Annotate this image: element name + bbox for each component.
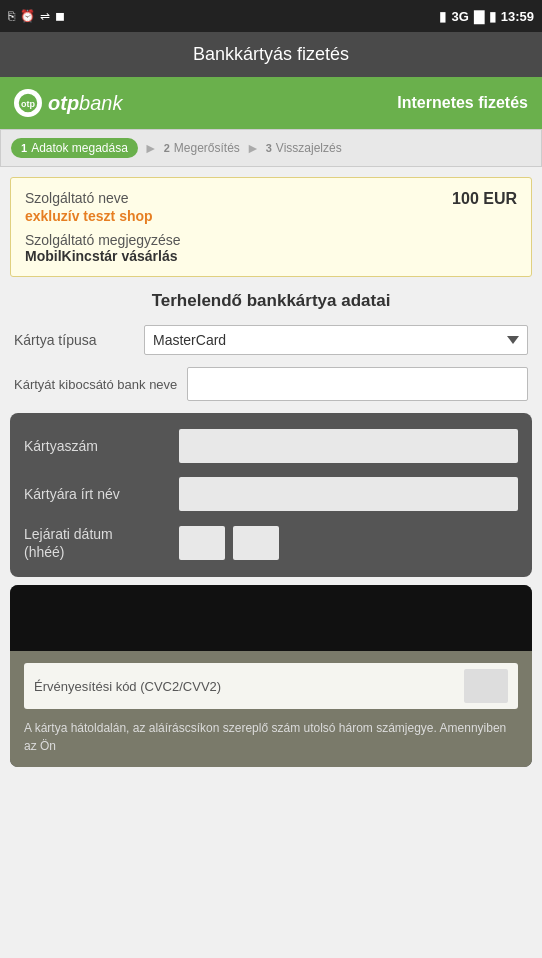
bank-name-input[interactable] [187, 367, 528, 401]
card-cvc-panel: Érvényesítési kód (CVC2/CVV2) A kártya h… [10, 585, 532, 767]
bank-name-row: Kártyát kibocsátó bank neve [0, 363, 542, 413]
card-number-row: Kártyaszám [24, 429, 518, 463]
page-title: Bankkártyás fizetés [193, 44, 349, 64]
card-type-value: MasterCard [153, 332, 226, 348]
sim-icon: ⎘ [8, 9, 15, 23]
step-1-num: 1 [21, 142, 27, 154]
time-display: 13:59 [501, 9, 534, 24]
note-value: MobilKincstár vásárlás [25, 248, 517, 264]
otp-logo-text: otpbank [48, 92, 122, 115]
svg-text:otp: otp [21, 99, 35, 109]
status-bar: ⎘ ⏰ ⇌ ◼ ▮ 3G ▇ ▮ 13:59 [0, 0, 542, 32]
alarm-icon: ⏰ [20, 9, 35, 23]
info-service-col: Szolgáltató neve exkluzív teszt shop [25, 190, 153, 224]
otp-logo: otp otpbank [14, 89, 122, 117]
expiry-row: Lejárati dátum(hhéé) [24, 525, 518, 561]
card-type-row: Kártya típusa MasterCard [0, 321, 542, 363]
step-3-num: 3 [266, 142, 272, 154]
card-holder-row: Kártyára írt név [24, 477, 518, 511]
otp-text: otp [48, 92, 79, 114]
sim-signal-icon: ▮ [439, 9, 446, 24]
step-2-num: 2 [164, 142, 170, 154]
step-arrow-1: ► [144, 140, 158, 156]
step-arrow-2: ► [246, 140, 260, 156]
cvc-row: Érvényesítési kód (CVC2/CVV2) [24, 663, 518, 709]
battery-icon: ▮ [489, 9, 496, 24]
cvc-label: Érvényesítési kód (CVC2/CVV2) [34, 679, 454, 694]
status-right-icons: ▮ 3G ▇ ▮ 13:59 [439, 9, 534, 24]
expiry-month-input[interactable] [179, 526, 225, 560]
steps-bar: 1 Adatok megadása ► 2 Megerősítés ► 3 Vi… [0, 129, 542, 167]
card-holder-input[interactable] [179, 477, 518, 511]
dropdown-arrow-icon [507, 336, 519, 344]
step-2: 2 Megerősítés [164, 141, 240, 155]
otp-bar: otp otpbank Internetes fizetés [0, 77, 542, 129]
card-type-dropdown[interactable]: MasterCard [144, 325, 528, 355]
note-label: Szolgáltató megjegyzése [25, 232, 517, 248]
info-service-row: Szolgáltató neve exkluzív teszt shop 100… [25, 190, 517, 224]
step-3-label: Visszajelzés [276, 141, 342, 155]
magnetic-strip [10, 585, 532, 651]
amount-display: 100 EUR [452, 190, 517, 208]
card-bottom: Érvényesítési kód (CVC2/CVV2) A kártya h… [10, 651, 532, 767]
service-label: Szolgáltató neve [25, 190, 153, 206]
card-holder-label: Kártyára írt név [24, 486, 169, 502]
card-description: A kártya hátoldalán, az aláíráscsíkon sz… [24, 719, 518, 755]
page-header: Bankkártyás fizetés [0, 32, 542, 77]
bank-text: bank [79, 92, 122, 114]
info-box: Szolgáltató neve exkluzív teszt shop 100… [10, 177, 532, 277]
wifi-icon: ⇌ [40, 9, 50, 23]
expiry-inputs [179, 526, 279, 560]
shop-name: exkluzív teszt shop [25, 208, 153, 224]
bank-name-label: Kártyát kibocsátó bank neve [14, 377, 177, 392]
expiry-year-input[interactable] [233, 526, 279, 560]
cvc-input-box[interactable] [464, 669, 508, 703]
card-number-input[interactable] [179, 429, 518, 463]
step-1: 1 Adatok megadása [11, 138, 138, 158]
signal-bars-icon: ▇ [474, 9, 484, 24]
card-type-label: Kártya típusa [14, 332, 134, 348]
step-3: 3 Visszajelzés [266, 141, 342, 155]
internet-payment-label: Internetes fizetés [397, 94, 528, 112]
expiry-label: Lejárati dátum(hhéé) [24, 525, 169, 561]
card-section-title: Terhelendő bankkártya adatai [0, 277, 542, 321]
card-number-label: Kártyaszám [24, 438, 169, 454]
dark-form-panel: Kártyaszám Kártyára írt név Lejárati dát… [10, 413, 532, 577]
status-left-icons: ⎘ ⏰ ⇌ ◼ [8, 9, 65, 23]
3g-label: 3G [451, 9, 468, 24]
otp-logo-icon: otp [14, 89, 42, 117]
image-icon: ◼ [55, 9, 65, 23]
step-2-label: Megerősítés [174, 141, 240, 155]
otp-circle-icon: otp [17, 92, 39, 114]
step-1-label: Adatok megadása [31, 141, 128, 155]
